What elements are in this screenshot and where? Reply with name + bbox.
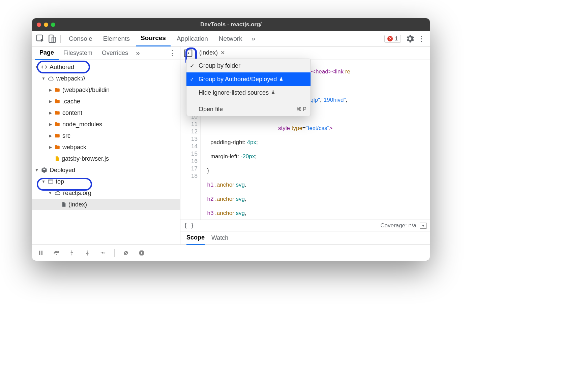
js-file-icon	[54, 155, 60, 162]
menu-item-group-by-authored[interactable]: ✓ Group by Authored/Deployed	[186, 72, 311, 86]
folder-icon	[54, 133, 60, 139]
menu-label: Hide ignore-listed sources	[199, 89, 269, 96]
show-navigator-icon[interactable]	[183, 48, 193, 58]
tab-watch[interactable]: Watch	[211, 231, 228, 245]
titlebar: DevTools - reactjs.org/	[32, 18, 430, 31]
folder-icon	[54, 87, 60, 93]
folder-icon	[54, 144, 60, 150]
deactivate-breakpoints-icon[interactable]	[122, 249, 130, 257]
tree-folder[interactable]: webpack	[32, 141, 180, 153]
menu-item-group-by-folder[interactable]: ✓ Group by folder	[186, 59, 311, 72]
navigator-kebab-icon[interactable]: ⋮	[167, 48, 177, 58]
file-tree[interactable]: Authored webpack:// (webpack)/buildin .c…	[32, 60, 180, 245]
disclosure-triangle-icon[interactable]	[48, 133, 52, 138]
close-tab-icon[interactable]: ✕	[220, 50, 225, 56]
tree-folder[interactable]: src	[32, 130, 180, 141]
folder-icon	[54, 110, 60, 116]
svg-rect-5	[39, 251, 40, 255]
svg-rect-1	[49, 35, 53, 42]
tree-label: gatsby-browser.js	[62, 155, 109, 162]
menu-separator	[186, 101, 311, 101]
navigator-more-chevron-icon[interactable]: »	[133, 48, 143, 58]
disclosure-triangle-icon[interactable]	[48, 145, 52, 150]
step-into-icon[interactable]	[68, 249, 76, 257]
step-over-icon[interactable]	[52, 249, 60, 257]
tab-scope[interactable]: Scope	[186, 231, 205, 245]
tab-network[interactable]: Network	[214, 31, 247, 46]
disclosure-triangle-icon[interactable]	[35, 168, 39, 172]
step-icon[interactable]	[99, 249, 107, 257]
kebab-menu-icon[interactable]: ⋮	[416, 34, 427, 44]
navigator-tabs: Page Filesystem Overrides » ⋮	[32, 46, 180, 60]
disclosure-triangle-icon[interactable]	[48, 88, 52, 92]
menu-item-open-file[interactable]: Open file ⌘ P	[186, 102, 311, 116]
editor-tabs: (index) ✕	[180, 46, 430, 60]
devtools-window: DevTools - reactjs.org/ Console Elements…	[32, 18, 430, 261]
tree-folder[interactable]: content	[32, 107, 180, 119]
navigator-tab-filesystem[interactable]: Filesystem	[59, 46, 97, 60]
disclosure-triangle-icon[interactable]	[48, 122, 52, 127]
navigator-tab-overrides[interactable]: Overrides	[97, 46, 133, 60]
disclosure-triangle-icon[interactable]	[41, 76, 46, 81]
coverage-label: Coverage: n/a	[380, 222, 416, 229]
disclosure-triangle-icon[interactable]	[48, 99, 52, 104]
tree-label: .cache	[62, 98, 80, 105]
menu-label: Group by folder	[199, 62, 240, 69]
tree-label: (index)	[68, 201, 87, 208]
tree-file-index[interactable]: (index)	[32, 199, 180, 210]
settings-gear-icon[interactable]	[405, 34, 415, 44]
tree-file-js[interactable]: gatsby-browser.js	[32, 153, 180, 164]
device-toolbar-icon[interactable]	[47, 34, 57, 44]
folder-icon	[54, 98, 60, 104]
frame-icon	[48, 179, 54, 185]
tree-group-deployed[interactable]: Deployed	[32, 164, 180, 176]
tree-folder[interactable]: .cache	[32, 96, 180, 107]
menu-shortcut: ⌘ P	[296, 106, 306, 112]
tree-label: top	[56, 178, 64, 185]
tab-application[interactable]: Application	[172, 31, 213, 46]
disclosure-triangle-icon[interactable]	[41, 179, 46, 184]
tab-console[interactable]: Console	[64, 31, 97, 46]
debugger-controls	[32, 245, 430, 261]
disclosure-triangle-icon[interactable]	[48, 110, 52, 115]
menu-item-hide-ignore-listed[interactable]: Hide ignore-listed sources	[186, 86, 311, 99]
svg-rect-11	[141, 252, 142, 254]
tree-folder[interactable]: (webpack)/buildin	[32, 84, 180, 96]
inspect-element-icon[interactable]	[35, 34, 46, 44]
editor-tab-index[interactable]: (index) ✕	[196, 46, 228, 60]
error-icon: ✕	[387, 36, 393, 41]
tree-origin-reactjs[interactable]: reactjs.org	[32, 187, 180, 199]
folder-icon	[54, 121, 60, 127]
editor-status-bar: { } Coverage: n/a ▾	[180, 220, 430, 231]
tab-sources[interactable]: Sources	[136, 31, 171, 46]
tree-group-authored[interactable]: Authored	[32, 61, 180, 73]
tree-frame-top[interactable]: top	[32, 176, 180, 187]
menu-label: Open file	[199, 106, 223, 113]
check-icon: ✓	[190, 63, 194, 69]
navigator-options-menu: ✓ Group by folder ✓ Group by Authored/De…	[186, 59, 311, 116]
pause-on-exceptions-icon[interactable]	[138, 249, 146, 257]
step-out-icon[interactable]	[83, 249, 91, 257]
error-count-pill[interactable]: ✕ 1	[384, 35, 401, 43]
pretty-print-icon[interactable]: { }	[184, 222, 194, 229]
more-tabs-chevron-icon[interactable]: »	[248, 34, 259, 44]
window-title: DevTools - reactjs.org/	[32, 21, 430, 28]
pause-icon[interactable]	[37, 249, 45, 257]
cloud-icon	[48, 75, 54, 82]
disclosure-triangle-icon[interactable]	[35, 65, 39, 69]
collapse-bottom-icon[interactable]: ▾	[420, 223, 427, 229]
tree-origin-webpack[interactable]: webpack://	[32, 73, 180, 84]
document-file-icon	[61, 201, 66, 208]
svg-rect-6	[41, 251, 42, 255]
divider	[114, 249, 115, 257]
devtools-top-toolbar: Console Elements Sources Application Net…	[32, 31, 430, 46]
code-icon	[41, 64, 48, 70]
disclosure-triangle-icon[interactable]	[48, 191, 52, 195]
tab-elements[interactable]: Elements	[98, 31, 135, 46]
svg-point-8	[71, 254, 72, 255]
tree-folder[interactable]: node_modules	[32, 119, 180, 130]
svg-point-10	[104, 252, 105, 253]
tree-label: Deployed	[50, 167, 75, 174]
menu-label: Group by Authored/Deployed	[199, 76, 277, 83]
navigator-tab-page[interactable]: Page	[35, 46, 59, 60]
